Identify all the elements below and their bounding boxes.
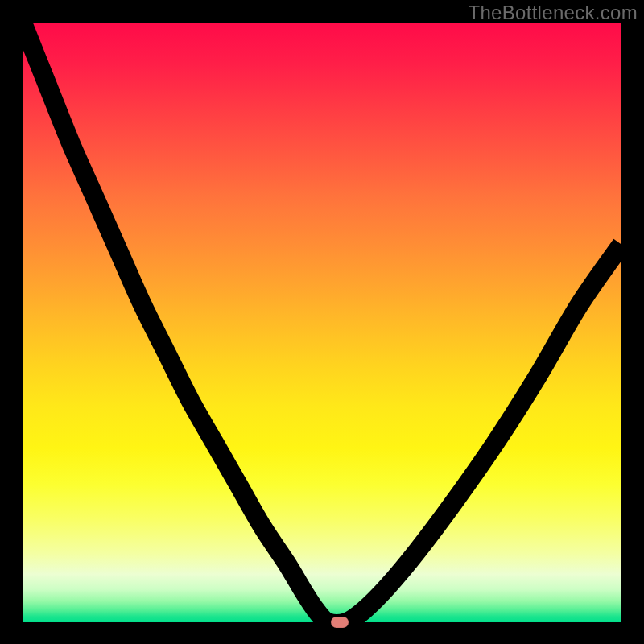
watermark-text: TheBottleneck.com bbox=[468, 2, 638, 24]
plot-area bbox=[23, 23, 621, 622]
bottleneck-marker bbox=[331, 617, 349, 628]
chart-frame: TheBottleneck.com bbox=[0, 0, 644, 644]
curve-svg bbox=[23, 23, 621, 622]
bottleneck-curve bbox=[23, 23, 621, 624]
